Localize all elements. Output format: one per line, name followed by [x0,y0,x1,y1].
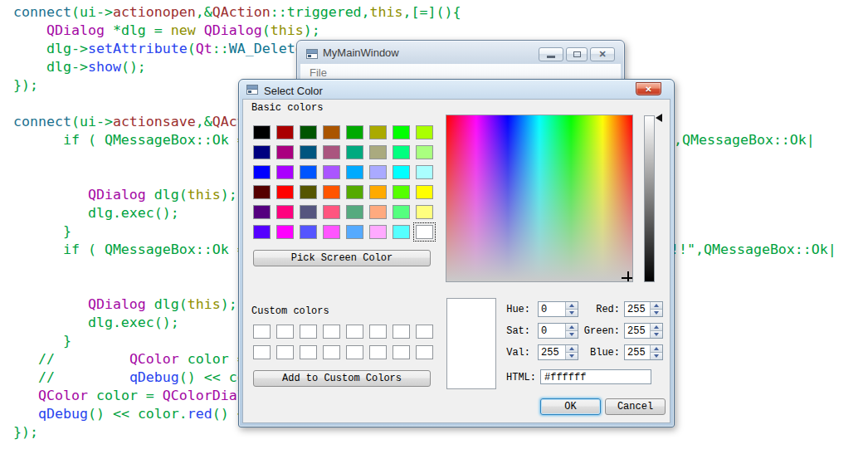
custom-color-swatch[interactable] [253,325,271,339]
basic-color-swatch[interactable] [253,225,271,239]
basic-color-swatch[interactable] [393,125,410,139]
custom-color-swatch[interactable] [346,325,363,339]
code-line: connect(ui->actionopen,&QAction::trigger… [13,3,868,22]
basic-color-swatch[interactable] [393,185,410,199]
basic-color-swatch[interactable] [300,125,317,139]
basic-color-swatch[interactable] [393,165,410,179]
basic-color-swatch[interactable] [346,225,363,239]
basic-color-swatch[interactable] [276,165,294,179]
custom-color-swatch[interactable] [393,345,410,359]
custom-color-swatch[interactable] [416,345,433,359]
basic-color-swatch[interactable] [346,185,363,199]
html-color-input[interactable]: #ffffff [540,369,651,384]
basic-color-swatch[interactable] [276,225,294,239]
green-value[interactable]: 255 [625,324,650,338]
custom-color-swatch[interactable] [300,345,317,359]
basic-color-swatch[interactable] [416,145,433,159]
custom-color-swatch[interactable] [346,345,363,359]
spin-down-button[interactable] [651,330,662,338]
basic-color-swatch[interactable] [416,185,433,199]
basic-color-swatch[interactable] [369,185,387,199]
basic-color-swatch[interactable] [300,205,317,219]
code-token: this [370,4,403,20]
close-button[interactable]: ✕ [590,47,615,61]
value-luminance-slider[interactable] [644,115,655,282]
basic-color-swatch[interactable] [253,165,271,179]
basic-color-swatch[interactable] [323,185,340,199]
hue-saturation-picker[interactable] [446,115,633,282]
code-token: QDialog [88,296,146,312]
red-spinbox[interactable]: 255 [624,301,663,317]
spin-up-button[interactable] [651,345,662,352]
basic-color-swatch[interactable] [393,145,410,159]
basic-color-swatch[interactable] [346,165,363,179]
basic-color-swatch[interactable] [393,225,410,239]
basic-color-swatch[interactable] [369,205,387,219]
hue-label: Hue: [472,304,530,315]
basic-color-swatch[interactable] [276,185,294,199]
custom-color-swatch[interactable] [416,325,433,339]
basic-color-swatch[interactable] [300,185,317,199]
basic-color-swatch[interactable] [346,145,363,159]
basic-color-swatch[interactable] [300,225,317,239]
basic-color-swatch[interactable] [300,145,317,159]
basic-color-swatch[interactable] [323,205,340,219]
basic-color-swatch[interactable] [369,165,387,179]
custom-color-swatch[interactable] [393,325,410,339]
custom-color-swatch[interactable] [300,325,317,339]
custom-color-swatch[interactable] [276,325,294,339]
cancel-button[interactable]: Cancel [605,398,666,415]
value-slider-arrow-icon[interactable] [656,114,662,122]
ok-button[interactable]: OK [540,398,601,415]
code-token [13,187,88,203]
basic-color-swatch[interactable] [416,225,433,239]
blue-value[interactable]: 255 [625,345,650,359]
basic-color-swatch[interactable] [369,125,387,139]
pick-screen-color-button[interactable]: Pick Screen Color [253,250,431,266]
red-value[interactable]: 255 [625,302,650,316]
basic-color-swatch[interactable] [253,125,271,139]
custom-color-swatch[interactable] [276,345,294,359]
basic-color-swatch[interactable] [369,145,387,159]
basic-color-swatch[interactable] [253,185,271,199]
spin-down-button[interactable] [651,309,662,316]
spin-up-button[interactable] [651,324,662,330]
basic-color-swatch[interactable] [276,125,294,139]
pick-screen-color-label: Pick Screen Color [291,252,393,264]
custom-color-swatch[interactable] [253,345,271,359]
custom-color-swatch[interactable] [323,345,340,359]
basic-color-swatch[interactable] [416,165,433,179]
basic-color-swatch[interactable] [276,205,294,219]
custom-color-swatch[interactable] [323,325,340,339]
basic-color-swatch[interactable] [346,125,363,139]
code-token: dlg.exec(); [13,315,179,330]
basic-color-swatch[interactable] [323,125,340,139]
basic-color-swatch[interactable] [416,205,433,219]
spin-down-button[interactable] [651,352,662,359]
basic-color-swatch[interactable] [323,225,340,239]
maximize-button[interactable] [566,47,588,61]
custom-color-swatch[interactable] [369,325,387,339]
spin-up-button[interactable] [651,302,662,309]
basic-color-swatch[interactable] [369,225,387,239]
code-fragment: !!",QMessageBox::Ok| [671,241,836,259]
maximize-icon [573,51,581,57]
basic-color-swatch[interactable] [253,205,271,219]
basic-color-swatch[interactable] [276,145,294,159]
basic-color-swatch[interactable] [253,145,271,159]
add-to-custom-colors-button[interactable]: Add to Custom Colors [253,370,431,387]
basic-color-swatch[interactable] [300,165,317,179]
basic-color-swatch[interactable] [416,125,433,139]
code-token: dlg-> [13,59,88,75]
basic-color-swatch[interactable] [346,205,363,219]
green-spinbox[interactable]: 255 [624,323,663,339]
menu-item-file[interactable]: File [310,66,327,79]
basic-color-swatch[interactable] [323,145,340,159]
minimize-button[interactable] [539,47,563,61]
blue-spinbox[interactable]: 255 [624,344,663,360]
ok-button-label: OK [564,401,576,413]
basic-color-swatch[interactable] [393,205,410,219]
custom-color-swatch[interactable] [369,345,387,359]
dialog-close-button[interactable]: ✕ [636,82,661,95]
basic-color-swatch[interactable] [323,165,340,179]
